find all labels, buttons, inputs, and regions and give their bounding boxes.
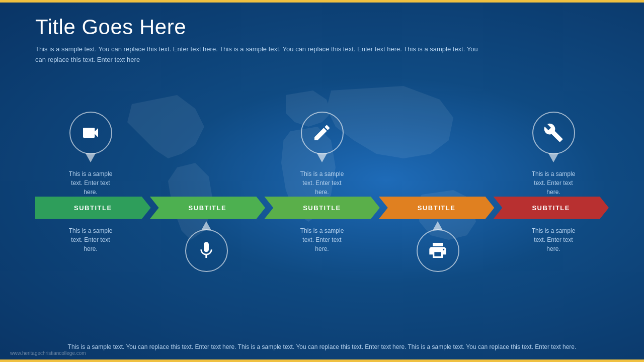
bottom-item-3: This is a sampletext. Enter texthere.: [272, 221, 372, 253]
subtitle-arrow-2: SUBTITLE: [150, 197, 266, 219]
subtitle-arrow-3: SUBTITLE: [264, 197, 380, 219]
arrow-item-3: SUBTITLE: [264, 197, 380, 219]
subtitle-arrow-4: SUBTITLE: [379, 197, 495, 219]
top-item-5: This is a sampletext. Enter texthere.: [503, 112, 604, 197]
bottom-item-4: [387, 221, 488, 272]
bottom-text-1: This is a sampletext. Enter texthere.: [69, 226, 113, 253]
top-text-1: This is a sampletext. Enter texthere.: [69, 169, 113, 197]
subtitle-arrow-1: SUBTITLE: [35, 197, 151, 219]
icon-bubble-tools: [532, 112, 575, 154]
main-content: Title Goes Here This is a sample text. Y…: [0, 0, 644, 362]
document-edit-icon: [312, 123, 332, 143]
subtitle-arrow-5: SUBTITLE: [493, 197, 609, 219]
tools-icon: [543, 123, 564, 143]
bottom-item-5: This is a sampletext. Enter texthere.: [503, 221, 604, 253]
icon-bubble-printer: [417, 229, 459, 272]
arrow-item-4: SUBTITLE: [379, 197, 495, 219]
mic-icon: [196, 240, 216, 260]
icon-bubble-video: [69, 112, 112, 154]
top-item-3: This is a sampletext. Enter texthere.: [272, 112, 372, 197]
top-text-5: This is a sampletext. Enter texthere.: [532, 169, 576, 197]
bottom-icons-row: This is a sampletext. Enter texthere. Th…: [35, 221, 609, 297]
footer-text: This is a sample text. You can replace t…: [35, 342, 609, 352]
border-bottom: [0, 359, 644, 362]
icon-bubble-mic: [185, 229, 228, 272]
top-item-1: This is a sampletext. Enter texthere.: [40, 112, 141, 197]
video-icon: [80, 123, 101, 143]
bottom-item-1: This is a sampletext. Enter texthere.: [40, 221, 141, 253]
arrow-item-1: SUBTITLE: [35, 197, 151, 219]
printer-icon: [428, 240, 448, 260]
arrow-item-2: SUBTITLE: [150, 197, 266, 219]
subtitle-row: SUBTITLE SUBTITLE SUBTITLE SUBTITLE: [35, 197, 609, 219]
bottom-text-5: This is a sampletext. Enter texthere.: [532, 226, 576, 253]
top-text-3: This is a sampletext. Enter texthere.: [300, 169, 344, 197]
icon-bubble-document: [301, 112, 344, 154]
page-title: Title Goes Here: [35, 15, 609, 39]
arrow-item-5: SUBTITLE: [493, 197, 609, 219]
watermark: www.heritagechristiancollege.com: [10, 350, 86, 356]
border-top: [0, 0, 644, 3]
intro-text: This is a sample text. You can replace t…: [35, 44, 488, 65]
bottom-item-2: [156, 221, 257, 272]
top-icons-row: This is a sampletext. Enter texthere. Th…: [35, 116, 609, 197]
timeline-area: This is a sampletext. Enter texthere. Th…: [35, 75, 609, 337]
bottom-text-3: This is a sampletext. Enter texthere.: [300, 226, 344, 253]
